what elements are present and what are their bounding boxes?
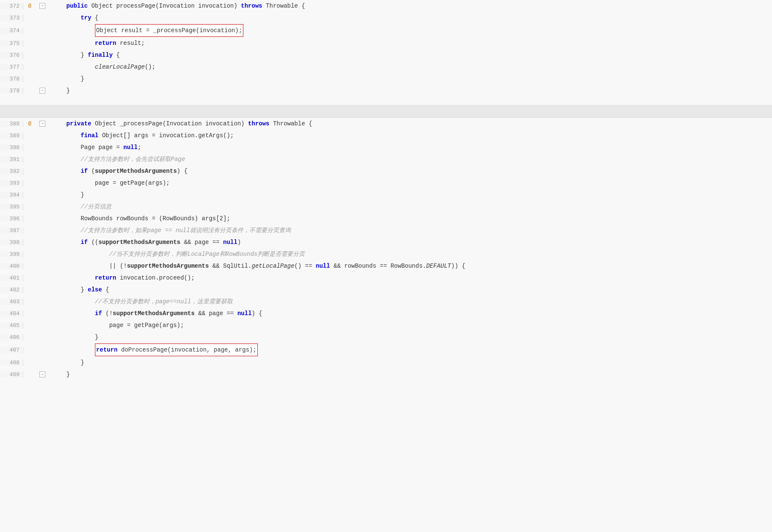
line-num-405: 405 <box>0 322 23 329</box>
code-line-395: 395 //分页信息 <box>0 201 772 213</box>
line-num-373: 373 <box>0 15 23 21</box>
line-num-376: 376 <box>0 52 23 58</box>
line-num-407: 407 <box>0 347 23 353</box>
line-num-377: 377 <box>0 64 23 70</box>
line-content-408: } <box>49 357 84 368</box>
line-num-372: 372 <box>0 3 23 9</box>
line-content-396: RowBounds rowBounds = (RowBounds) args[2… <box>49 213 230 224</box>
line-content-378: } <box>49 73 84 84</box>
line-content-392: if (supportMethodsArguments) { <box>49 166 187 177</box>
line-content-395: //分页信息 <box>49 201 111 212</box>
line-num-395: 395 <box>0 204 23 210</box>
code-line-409: 409 − } <box>0 369 772 380</box>
line-content-372: public Object processPage(Invocation inv… <box>49 0 305 11</box>
code-editor: 372 @ − public Object processPage(Invoca… <box>0 0 772 532</box>
line-num-374: 374 <box>0 28 23 34</box>
line-content-397: //支持方法参数时，如果page == null就说明没有分页条件，不需要分页查… <box>49 225 291 236</box>
line-num-392: 392 <box>0 168 23 175</box>
code-block-2: 388 @ − private Object _processPage(Invo… <box>0 118 772 380</box>
line-num-404: 404 <box>0 310 23 317</box>
line-content-398: if ((supportMethodsArguments && page == … <box>49 237 241 248</box>
code-line-400: 400 || (!supportMethodsArguments && SqlU… <box>0 260 772 272</box>
line-content-409: } <box>49 369 70 380</box>
code-line-388: 388 @ − private Object _processPage(Invo… <box>0 118 772 130</box>
line-content-373: try { <box>49 12 98 23</box>
line-content-389: final Object[] args = invocation.getArgs… <box>49 130 234 141</box>
line-num-375: 375 <box>0 40 23 47</box>
line-content-376: } finally { <box>49 50 120 61</box>
line-num-401: 401 <box>0 275 23 281</box>
fold-icon-379[interactable]: − <box>36 88 49 94</box>
line-content-400: || (!supportMethodsArguments && SqlUtil.… <box>49 260 465 272</box>
code-separator <box>0 105 772 118</box>
code-line-375: 375 return result; <box>0 37 772 49</box>
line-content-374: Object result = _processPage(invocation)… <box>49 24 243 37</box>
line-content-388: private Object _processPage(Invocation i… <box>49 118 312 129</box>
line-content-391: //支持方法参数时，会先尝试获取Page <box>49 154 185 165</box>
line-num-378: 378 <box>0 76 23 82</box>
line-num-389: 389 <box>0 133 23 139</box>
line-num-390: 390 <box>0 144 23 151</box>
fold-icon-388[interactable]: − <box>36 121 49 127</box>
line-num-394: 394 <box>0 192 23 198</box>
line-num-408: 408 <box>0 360 23 366</box>
code-line-404: 404 if (!supportMethodsArguments && page… <box>0 308 772 319</box>
line-num-403: 403 <box>0 299 23 305</box>
code-line-396: 396 RowBounds rowBounds = (RowBounds) ar… <box>0 213 772 224</box>
line-num-396: 396 <box>0 216 23 222</box>
line-icon-388[interactable]: @ <box>23 121 36 127</box>
code-line-408: 408 } <box>0 357 772 369</box>
line-content-404: if (!supportMethodsArguments && page == … <box>49 308 262 319</box>
code-line-391: 391 //支持方法参数时，会先尝试获取Page <box>0 153 772 165</box>
code-line-374: 374 Object result = _processPage(invocat… <box>0 24 772 37</box>
code-block-1: 372 @ − public Object processPage(Invoca… <box>0 0 772 97</box>
code-line-377: 377 clearLocalPage(); <box>0 61 772 73</box>
line-content-402: } else { <box>49 284 109 295</box>
code-line-376: 376 } finally { <box>0 49 772 61</box>
code-line-398: 398 if ((supportMethodsArguments && page… <box>0 236 772 248</box>
line-content-379: } <box>49 85 70 96</box>
line-content-403: //不支持分页参数时，page==null，这里需要获取 <box>49 296 233 307</box>
line-icon-372[interactable]: @ <box>23 3 36 9</box>
code-line-401: 401 return invocation.proceed(); <box>0 272 772 284</box>
line-content-394: } <box>49 189 84 200</box>
line-num-397: 397 <box>0 227 23 234</box>
code-line-392: 392 if (supportMethodsArguments) { <box>0 165 772 177</box>
line-num-400: 400 <box>0 263 23 269</box>
code-line-406: 406 } <box>0 331 772 343</box>
code-line-378: 378 } <box>0 73 772 85</box>
line-num-398: 398 <box>0 239 23 246</box>
line-content-401: return invocation.proceed(); <box>49 272 195 283</box>
code-line-393: 393 page = getPage(args); <box>0 177 772 189</box>
line-content-406: } <box>49 332 98 343</box>
code-line-407: 407 return doProcessPage(invocation, pag… <box>0 343 772 357</box>
code-line-402: 402 } else { <box>0 284 772 296</box>
code-line-403: 403 //不支持分页参数时，page==null，这里需要获取 <box>0 296 772 308</box>
line-num-379: 379 <box>0 88 23 94</box>
line-content-377: clearLocalPage(); <box>49 61 156 72</box>
code-line-405: 405 page = getPage(args); <box>0 319 772 331</box>
line-num-399: 399 <box>0 251 23 258</box>
line-content-390: Page page = null; <box>49 142 141 153</box>
line-content-405: page = getPage(args); <box>49 320 184 331</box>
line-content-407: return doProcessPage(invocation, page, a… <box>49 344 258 356</box>
line-num-402: 402 <box>0 287 23 293</box>
code-line-372: 372 @ − public Object processPage(Invoca… <box>0 0 772 12</box>
line-content-399: //当不支持分页参数时，判断LocalPage和RowBounds判断是否需要分… <box>49 249 305 260</box>
code-line-373: 373 try { <box>0 12 772 24</box>
line-num-388: 388 <box>0 121 23 127</box>
line-content-393: page = getPage(args); <box>49 177 170 188</box>
fold-icon-409[interactable]: − <box>36 371 49 378</box>
line-num-409: 409 <box>0 371 23 378</box>
code-line-399: 399 //当不支持分页参数时，判断LocalPage和RowBounds判断是… <box>0 248 772 260</box>
line-num-406: 406 <box>0 334 23 341</box>
code-line-389: 389 final Object[] args = invocation.get… <box>0 130 772 141</box>
code-line-390: 390 Page page = null; <box>0 141 772 153</box>
code-line-394: 394 } <box>0 189 772 201</box>
code-line-379: 379 − } <box>0 85 772 97</box>
line-content-375: return result; <box>49 38 145 49</box>
line-num-391: 391 <box>0 156 23 163</box>
line-num-393: 393 <box>0 180 23 186</box>
code-line-397: 397 //支持方法参数时，如果page == null就说明没有分页条件，不需… <box>0 224 772 236</box>
fold-icon-372[interactable]: − <box>36 3 49 9</box>
